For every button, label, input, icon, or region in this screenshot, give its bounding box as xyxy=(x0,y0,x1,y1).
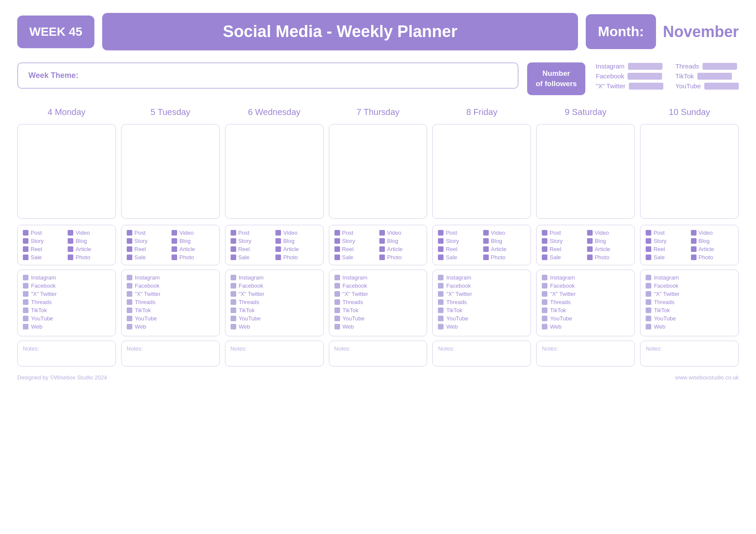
plat-tiktok-day-3[interactable]: TikTok xyxy=(334,307,422,314)
plat-threads-day-0[interactable]: Threads xyxy=(23,299,110,305)
check-video-day-1[interactable]: Video xyxy=(172,230,214,236)
check-story-day-5[interactable]: Story xyxy=(542,238,584,244)
check-story-day-1[interactable]: Story xyxy=(127,238,169,244)
check-blog-day-5[interactable]: Blog xyxy=(587,238,629,244)
plat-tiktok-day-0[interactable]: TikTok xyxy=(23,307,110,314)
plat-tiktok-day-5[interactable]: TikTok xyxy=(542,307,629,314)
plat-facebook-day-1[interactable]: Facebook xyxy=(127,283,214,289)
plat-xtwitter-day-4[interactable]: "X" Twitter xyxy=(438,291,525,297)
plat-facebook-day-5[interactable]: Facebook xyxy=(542,283,629,289)
notes-day-0[interactable]: Notes: xyxy=(17,341,116,366)
plat-xtwitter-day-1[interactable]: "X" Twitter xyxy=(127,291,214,297)
check-video-day-0[interactable]: Video xyxy=(68,230,110,236)
plat-web-day-0[interactable]: Web xyxy=(23,323,110,330)
check-reel-day-5[interactable]: Reel xyxy=(542,246,584,252)
check-photo-day-0[interactable]: Photo xyxy=(68,254,110,261)
plat-facebook-day-2[interactable]: Facebook xyxy=(231,283,318,289)
plat-youtube-day-6[interactable]: YouTube xyxy=(646,315,733,322)
check-story-day-3[interactable]: Story xyxy=(334,238,377,244)
plat-facebook-day-6[interactable]: Facebook xyxy=(646,283,733,289)
check-video-day-5[interactable]: Video xyxy=(587,230,629,236)
check-reel-day-1[interactable]: Reel xyxy=(127,246,169,252)
check-photo-day-3[interactable]: Photo xyxy=(379,254,422,261)
check-blog-day-6[interactable]: Blog xyxy=(691,238,733,244)
plat-threads-day-6[interactable]: Threads xyxy=(646,299,733,305)
plat-web-day-3[interactable]: Web xyxy=(334,323,422,330)
plat-youtube-day-3[interactable]: YouTube xyxy=(334,315,422,322)
check-post-day-1[interactable]: Post xyxy=(127,230,169,236)
plat-xtwitter-day-6[interactable]: "X" Twitter xyxy=(646,291,733,297)
check-sale-day-4[interactable]: Sale xyxy=(438,254,480,261)
plat-tiktok-day-4[interactable]: TikTok xyxy=(438,307,525,314)
notes-day-3[interactable]: Notes: xyxy=(329,341,428,366)
plat-instagram-day-0[interactable]: Instagram xyxy=(23,274,110,281)
plat-instagram-day-6[interactable]: Instagram xyxy=(646,274,733,281)
plat-instagram-day-4[interactable]: Instagram xyxy=(438,274,525,281)
check-reel-day-2[interactable]: Reel xyxy=(231,246,273,252)
check-post-day-4[interactable]: Post xyxy=(438,230,480,236)
check-sale-day-3[interactable]: Sale xyxy=(334,254,377,261)
check-video-day-2[interactable]: Video xyxy=(275,230,318,236)
check-sale-day-1[interactable]: Sale xyxy=(127,254,169,261)
check-reel-day-0[interactable]: Reel xyxy=(23,246,65,252)
notes-day-2[interactable]: Notes: xyxy=(225,341,324,366)
plat-threads-day-5[interactable]: Threads xyxy=(542,299,629,305)
check-article-day-2[interactable]: Article xyxy=(275,246,318,252)
check-blog-day-4[interactable]: Blog xyxy=(483,238,525,244)
plat-threads-day-4[interactable]: Threads xyxy=(438,299,525,305)
plat-web-day-4[interactable]: Web xyxy=(438,323,525,330)
check-video-day-3[interactable]: Video xyxy=(379,230,422,236)
day-cell-3[interactable] xyxy=(329,124,428,219)
plat-youtube-day-5[interactable]: YouTube xyxy=(542,315,629,322)
check-article-day-6[interactable]: Article xyxy=(691,246,733,252)
plat-facebook-day-3[interactable]: Facebook xyxy=(334,283,422,289)
notes-day-6[interactable]: Notes: xyxy=(640,341,739,366)
plat-youtube-day-4[interactable]: YouTube xyxy=(438,315,525,322)
check-article-day-5[interactable]: Article xyxy=(587,246,629,252)
check-post-day-5[interactable]: Post xyxy=(542,230,584,236)
check-article-day-1[interactable]: Article xyxy=(172,246,214,252)
plat-web-day-5[interactable]: Web xyxy=(542,323,629,330)
check-post-day-3[interactable]: Post xyxy=(334,230,377,236)
day-cell-2[interactable] xyxy=(225,124,324,219)
check-photo-day-1[interactable]: Photo xyxy=(172,254,214,261)
plat-threads-day-2[interactable]: Threads xyxy=(231,299,318,305)
check-article-day-3[interactable]: Article xyxy=(379,246,422,252)
check-story-day-4[interactable]: Story xyxy=(438,238,480,244)
plat-youtube-day-0[interactable]: YouTube xyxy=(23,315,110,322)
check-blog-day-3[interactable]: Blog xyxy=(379,238,422,244)
check-article-day-4[interactable]: Article xyxy=(483,246,525,252)
check-blog-day-1[interactable]: Blog xyxy=(172,238,214,244)
check-photo-day-5[interactable]: Photo xyxy=(587,254,629,261)
check-photo-day-4[interactable]: Photo xyxy=(483,254,525,261)
notes-day-4[interactable]: Notes: xyxy=(432,341,531,366)
check-reel-day-3[interactable]: Reel xyxy=(334,246,377,252)
plat-instagram-day-3[interactable]: Instagram xyxy=(334,274,422,281)
plat-instagram-day-1[interactable]: Instagram xyxy=(127,274,214,281)
check-story-day-0[interactable]: Story xyxy=(23,238,65,244)
notes-day-1[interactable]: Notes: xyxy=(121,341,220,366)
day-cell-5[interactable] xyxy=(536,124,635,219)
check-photo-day-2[interactable]: Photo xyxy=(275,254,318,261)
day-cell-1[interactable] xyxy=(121,124,220,219)
check-video-day-4[interactable]: Video xyxy=(483,230,525,236)
plat-instagram-day-2[interactable]: Instagram xyxy=(231,274,318,281)
check-photo-day-6[interactable]: Photo xyxy=(691,254,733,261)
check-blog-day-0[interactable]: Blog xyxy=(68,238,110,244)
check-post-day-2[interactable]: Post xyxy=(231,230,273,236)
check-reel-day-6[interactable]: Reel xyxy=(646,246,688,252)
plat-tiktok-day-2[interactable]: TikTok xyxy=(231,307,318,314)
plat-xtwitter-day-2[interactable]: "X" Twitter xyxy=(231,291,318,297)
plat-instagram-day-5[interactable]: Instagram xyxy=(542,274,629,281)
check-blog-day-2[interactable]: Blog xyxy=(275,238,318,244)
plat-xtwitter-day-0[interactable]: "X" Twitter xyxy=(23,291,110,297)
check-sale-day-5[interactable]: Sale xyxy=(542,254,584,261)
check-story-day-6[interactable]: Story xyxy=(646,238,688,244)
plat-tiktok-day-6[interactable]: TikTok xyxy=(646,307,733,314)
plat-facebook-day-4[interactable]: Facebook xyxy=(438,283,525,289)
plat-threads-day-3[interactable]: Threads xyxy=(334,299,422,305)
check-sale-day-2[interactable]: Sale xyxy=(231,254,273,261)
plat-tiktok-day-1[interactable]: TikTok xyxy=(127,307,214,314)
notes-day-5[interactable]: Notes: xyxy=(536,341,635,366)
plat-threads-day-1[interactable]: Threads xyxy=(127,299,214,305)
